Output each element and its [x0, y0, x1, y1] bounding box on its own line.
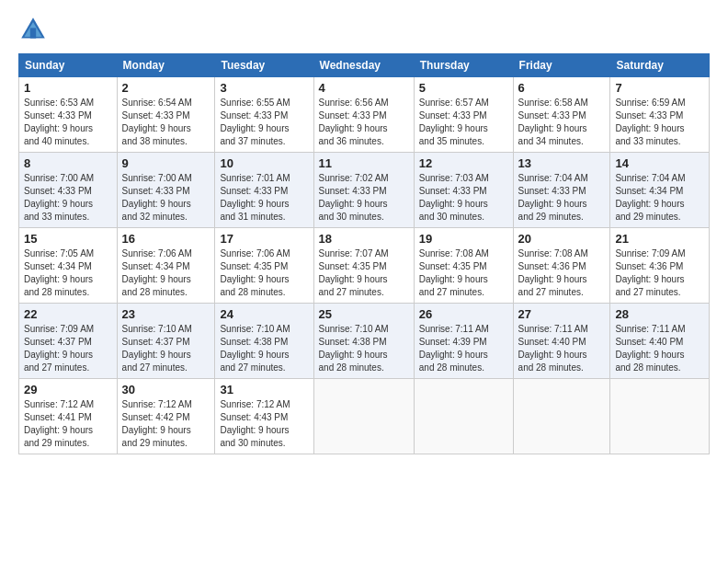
day-number: 20 [518, 232, 606, 246]
weekday-header-tuesday: Tuesday [215, 54, 313, 77]
day-info: Sunrise: 7:01 AM Sunset: 4:33 PM Dayligh… [220, 172, 308, 224]
day-info: Sunrise: 6:55 AM Sunset: 4:33 PM Dayligh… [220, 97, 308, 148]
page: SundayMondayTuesdayWednesdayThursdayFrid… [0, 0, 728, 563]
day-number: 5 [419, 81, 508, 95]
header [18, 15, 710, 44]
day-info: Sunrise: 7:11 AM Sunset: 4:40 PM Dayligh… [518, 323, 606, 374]
calendar-cell: 29Sunrise: 7:12 AM Sunset: 4:41 PM Dayli… [19, 379, 118, 454]
calendar-cell: 4Sunrise: 6:56 AM Sunset: 4:33 PM Daylig… [313, 77, 414, 153]
calendar-cell: 11Sunrise: 7:02 AM Sunset: 4:33 PM Dayli… [313, 153, 414, 228]
day-number: 13 [518, 156, 606, 170]
calendar-cell: 25Sunrise: 7:10 AM Sunset: 4:38 PM Dayli… [313, 304, 414, 379]
day-number: 29 [24, 383, 112, 396]
calendar-cell: 7Sunrise: 6:59 AM Sunset: 4:33 PM Daylig… [610, 77, 710, 153]
day-number: 30 [122, 383, 210, 396]
day-number: 21 [615, 232, 704, 246]
day-number: 1 [24, 81, 112, 95]
calendar-cell: 27Sunrise: 7:11 AM Sunset: 4:40 PM Dayli… [513, 304, 610, 379]
day-number: 16 [122, 232, 210, 246]
calendar-cell: 22Sunrise: 7:09 AM Sunset: 4:37 PM Dayli… [19, 304, 118, 379]
calendar-cell: 9Sunrise: 7:00 AM Sunset: 4:33 PM Daylig… [117, 153, 215, 228]
calendar-cell: 17Sunrise: 7:06 AM Sunset: 4:35 PM Dayli… [215, 228, 313, 304]
calendar-body: 1Sunrise: 6:53 AM Sunset: 4:33 PM Daylig… [19, 77, 710, 454]
day-number: 17 [220, 232, 308, 246]
weekday-header-sunday: Sunday [19, 54, 118, 77]
weekday-header-thursday: Thursday [414, 54, 513, 77]
day-number: 14 [615, 156, 704, 170]
day-info: Sunrise: 7:09 AM Sunset: 4:36 PM Dayligh… [615, 247, 704, 299]
calendar-cell: 24Sunrise: 7:10 AM Sunset: 4:38 PM Dayli… [215, 304, 313, 379]
day-info: Sunrise: 7:08 AM Sunset: 4:35 PM Dayligh… [419, 247, 508, 299]
day-number: 23 [122, 307, 210, 321]
day-info: Sunrise: 7:06 AM Sunset: 4:34 PM Dayligh… [122, 247, 210, 299]
weekday-header-monday: Monday [117, 54, 215, 77]
day-number: 27 [518, 307, 606, 321]
day-info: Sunrise: 7:11 AM Sunset: 4:40 PM Dayligh… [615, 323, 704, 374]
calendar-cell: 13Sunrise: 7:04 AM Sunset: 4:33 PM Dayli… [513, 153, 610, 228]
day-number: 31 [220, 383, 308, 396]
day-info: Sunrise: 6:57 AM Sunset: 4:33 PM Dayligh… [419, 97, 508, 148]
day-number: 15 [24, 232, 112, 246]
day-info: Sunrise: 7:10 AM Sunset: 4:38 PM Dayligh… [220, 323, 308, 374]
day-number: 22 [24, 307, 112, 321]
svg-rect-2 [30, 28, 36, 38]
day-info: Sunrise: 7:03 AM Sunset: 4:33 PM Dayligh… [419, 172, 508, 224]
calendar-cell: 19Sunrise: 7:08 AM Sunset: 4:35 PM Dayli… [414, 228, 513, 304]
day-number: 7 [615, 81, 704, 95]
calendar-cell: 28Sunrise: 7:11 AM Sunset: 4:40 PM Dayli… [610, 304, 710, 379]
day-info: Sunrise: 7:05 AM Sunset: 4:34 PM Dayligh… [24, 247, 112, 299]
day-number: 4 [319, 81, 409, 95]
day-info: Sunrise: 7:11 AM Sunset: 4:39 PM Dayligh… [419, 323, 508, 374]
day-number: 19 [419, 232, 508, 246]
day-info: Sunrise: 7:12 AM Sunset: 4:41 PM Dayligh… [24, 398, 112, 450]
day-number: 9 [122, 156, 210, 170]
day-info: Sunrise: 6:53 AM Sunset: 4:33 PM Dayligh… [24, 97, 112, 148]
day-info: Sunrise: 7:08 AM Sunset: 4:36 PM Dayligh… [518, 247, 606, 299]
day-info: Sunrise: 7:04 AM Sunset: 4:33 PM Dayligh… [518, 172, 606, 224]
day-number: 12 [419, 156, 508, 170]
calendar-week-3: 15Sunrise: 7:05 AM Sunset: 4:34 PM Dayli… [19, 228, 710, 304]
calendar-cell: 3Sunrise: 6:55 AM Sunset: 4:33 PM Daylig… [215, 77, 313, 153]
calendar-table: SundayMondayTuesdayWednesdayThursdayFrid… [18, 53, 710, 454]
calendar-cell: 10Sunrise: 7:01 AM Sunset: 4:33 PM Dayli… [215, 153, 313, 228]
day-info: Sunrise: 7:10 AM Sunset: 4:37 PM Dayligh… [122, 323, 210, 374]
weekday-header-saturday: Saturday [610, 54, 710, 77]
day-number: 25 [319, 307, 409, 321]
day-info: Sunrise: 7:12 AM Sunset: 4:42 PM Dayligh… [122, 398, 210, 450]
day-number: 6 [518, 81, 606, 95]
day-info: Sunrise: 6:56 AM Sunset: 4:33 PM Dayligh… [319, 97, 409, 148]
day-info: Sunrise: 7:10 AM Sunset: 4:38 PM Dayligh… [319, 323, 409, 374]
day-number: 24 [220, 307, 308, 321]
calendar-cell: 31Sunrise: 7:12 AM Sunset: 4:43 PM Dayli… [215, 379, 313, 454]
day-info: Sunrise: 7:12 AM Sunset: 4:43 PM Dayligh… [220, 398, 308, 450]
weekday-header-friday: Friday [513, 54, 610, 77]
day-info: Sunrise: 6:59 AM Sunset: 4:33 PM Dayligh… [615, 97, 704, 148]
day-info: Sunrise: 7:02 AM Sunset: 4:33 PM Dayligh… [319, 172, 409, 224]
day-info: Sunrise: 7:09 AM Sunset: 4:37 PM Dayligh… [24, 323, 112, 374]
day-info: Sunrise: 6:54 AM Sunset: 4:33 PM Dayligh… [122, 97, 210, 148]
calendar-cell: 1Sunrise: 6:53 AM Sunset: 4:33 PM Daylig… [19, 77, 118, 153]
day-number: 28 [615, 307, 704, 321]
calendar-cell: 15Sunrise: 7:05 AM Sunset: 4:34 PM Dayli… [19, 228, 118, 304]
calendar-cell: 26Sunrise: 7:11 AM Sunset: 4:39 PM Dayli… [414, 304, 513, 379]
day-info: Sunrise: 6:58 AM Sunset: 4:33 PM Dayligh… [518, 97, 606, 148]
calendar-cell: 16Sunrise: 7:06 AM Sunset: 4:34 PM Dayli… [117, 228, 215, 304]
logo-icon [18, 15, 48, 44]
day-number: 8 [24, 156, 112, 170]
logo [18, 15, 53, 44]
weekday-header-wednesday: Wednesday [313, 54, 414, 77]
calendar-cell: 14Sunrise: 7:04 AM Sunset: 4:34 PM Dayli… [610, 153, 710, 228]
day-number: 10 [220, 156, 308, 170]
calendar-cell: 30Sunrise: 7:12 AM Sunset: 4:42 PM Dayli… [117, 379, 215, 454]
day-info: Sunrise: 7:04 AM Sunset: 4:34 PM Dayligh… [615, 172, 704, 224]
calendar-cell: 20Sunrise: 7:08 AM Sunset: 4:36 PM Dayli… [513, 228, 610, 304]
calendar-cell [513, 379, 610, 454]
day-info: Sunrise: 7:00 AM Sunset: 4:33 PM Dayligh… [122, 172, 210, 224]
day-number: 2 [122, 81, 210, 95]
calendar-cell: 18Sunrise: 7:07 AM Sunset: 4:35 PM Dayli… [313, 228, 414, 304]
calendar-cell [414, 379, 513, 454]
calendar-week-5: 29Sunrise: 7:12 AM Sunset: 4:41 PM Dayli… [19, 379, 710, 454]
day-info: Sunrise: 7:00 AM Sunset: 4:33 PM Dayligh… [24, 172, 112, 224]
calendar-week-4: 22Sunrise: 7:09 AM Sunset: 4:37 PM Dayli… [19, 304, 710, 379]
calendar-cell: 2Sunrise: 6:54 AM Sunset: 4:33 PM Daylig… [117, 77, 215, 153]
